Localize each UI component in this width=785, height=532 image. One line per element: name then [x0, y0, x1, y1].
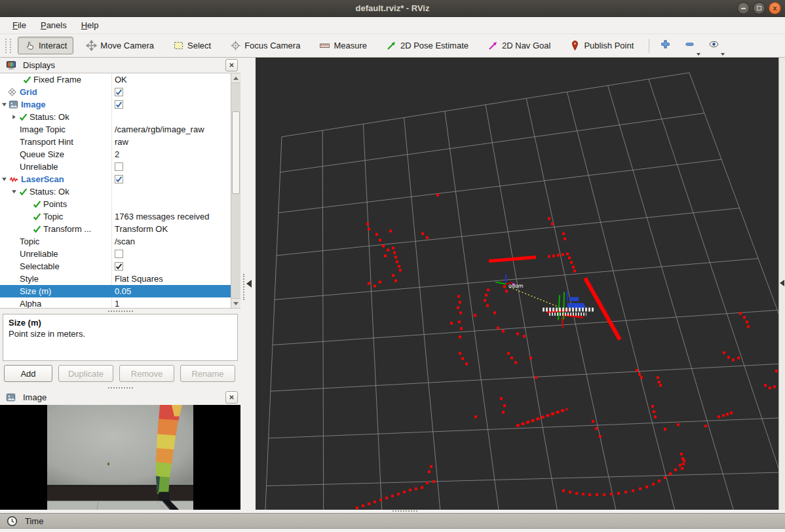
tree-row[interactable]: Image Topic/camera/rgb/image_raw: [0, 123, 240, 136]
tree-scrollbar[interactable]: [231, 73, 240, 308]
tree-row[interactable]: Unreliable: [0, 161, 240, 173]
add-button[interactable]: Add: [4, 365, 52, 382]
tree-row[interactable]: Grid: [0, 86, 240, 98]
tree-row[interactable]: Topic1763 messages received: [0, 210, 240, 223]
rename-button[interactable]: Rename: [180, 365, 235, 382]
tree-row[interactable]: Topic/scan: [0, 235, 240, 248]
tree-row[interactable]: Fixed FrameOK: [0, 73, 240, 86]
property-value[interactable]: Transform OK: [115, 224, 168, 234]
duplicate-button[interactable]: Duplicate: [58, 365, 113, 382]
tree-row[interactable]: Points: [0, 198, 240, 210]
property-value[interactable]: 0.05: [115, 286, 131, 296]
checkbox[interactable]: [115, 162, 123, 171]
property-value[interactable]: raw: [115, 137, 128, 147]
property-value[interactable]: /camera/rgb/image_raw: [115, 124, 204, 134]
tool-interact[interactable]: Interact: [18, 37, 73, 54]
checkbox[interactable]: [115, 100, 123, 109]
tool-label: Focus Camera: [244, 41, 300, 50]
image-panel-icon: [5, 392, 16, 402]
tool-2d-nav-goal[interactable]: 2D Nav Goal: [481, 37, 557, 54]
tree-row[interactable]: Image: [0, 98, 240, 111]
tool-move-camera[interactable]: Move Camera: [79, 37, 161, 54]
tree-row[interactable]: Size (m)0.05: [0, 285, 240, 297]
rviz-window: default.rviz* - RViz x FilePanelsHelp In…: [0, 0, 785, 532]
maximize-icon: [757, 6, 761, 10]
tree-row[interactable]: Status: Ok: [0, 185, 240, 198]
tree-row[interactable]: Alpha1: [0, 297, 240, 309]
splitter-handle[interactable]: [0, 309, 240, 314]
tree-row[interactable]: Transport Hintraw: [0, 136, 240, 148]
checkbox[interactable]: [115, 175, 123, 183]
property-value[interactable]: 1: [115, 299, 119, 309]
eye-button[interactable]: [704, 37, 723, 54]
checkbox[interactable]: [115, 250, 123, 258]
splitter-handle[interactable]: [392, 510, 417, 512]
tool-measure[interactable]: Measure: [313, 37, 373, 54]
menu-item-help[interactable]: Help: [75, 18, 105, 32]
property-value[interactable]: OK: [115, 75, 127, 85]
displays-panel-header[interactable]: Displays ✕: [0, 58, 240, 73]
ruler-icon: [319, 40, 330, 51]
tree-row[interactable]: Queue Size2: [0, 148, 240, 161]
tool-2d-pose-estimate[interactable]: 2D Pose Estimate: [379, 37, 475, 54]
property-label: Alpha: [20, 299, 41, 309]
collapse-arrow-icon[interactable]: [780, 280, 784, 286]
scrollbar-thumb[interactable]: [232, 111, 240, 194]
property-value[interactable]: 1763 messages received: [115, 212, 210, 221]
expander-right-icon[interactable]: [10, 114, 18, 120]
expander-down-icon[interactable]: [10, 189, 18, 195]
scrollbar-up-icon[interactable]: [231, 73, 240, 83]
property-value[interactable]: /scan: [115, 237, 135, 246]
image-panel-header[interactable]: Image ✕: [0, 390, 240, 405]
toolbar-handle[interactable]: [5, 39, 11, 53]
menu-item-panels[interactable]: Panels: [35, 18, 73, 32]
property-label: Unreliable: [20, 162, 58, 172]
collapse-arrow-icon[interactable]: [246, 280, 252, 288]
minimize-icon: [741, 8, 746, 9]
close-button[interactable]: x: [769, 2, 781, 14]
viewport-3d[interactable]: odom: [256, 58, 778, 510]
displays-close-icon[interactable]: ✕: [225, 59, 238, 71]
views-panel-strip[interactable]: [778, 58, 785, 510]
focus-crosshair-icon: [230, 40, 241, 51]
status-ok-check-icon: [31, 224, 42, 234]
titlebar[interactable]: default.rviz* - RViz x: [0, 0, 785, 17]
minimize-button[interactable]: [737, 2, 750, 14]
property-value[interactable]: 2: [115, 149, 119, 159]
remove-button[interactable]: Remove: [119, 365, 174, 382]
property-label: Transport Hint: [20, 137, 73, 147]
tool-focus-camera[interactable]: Focus Camera: [223, 37, 307, 54]
tree-row[interactable]: Unreliable: [0, 248, 240, 260]
menu-item-file[interactable]: File: [7, 18, 32, 32]
time-panel-header[interactable]: Time: [0, 513, 785, 529]
tool-label: 2D Nav Goal: [502, 41, 550, 50]
panel-splitter[interactable]: [240, 58, 256, 510]
checkbox[interactable]: [115, 88, 123, 96]
display-tree[interactable]: Fixed FrameOKGridImageStatus: OkImage To…: [0, 73, 240, 309]
scrollbar-down-icon[interactable]: [231, 298, 240, 308]
dropdown-caret-icon[interactable]: [697, 53, 700, 56]
tree-row[interactable]: Transform ...Transform OK: [0, 223, 240, 235]
left-panel-column: Displays ✕ Fixed FrameOKGridImageStatus:…: [0, 58, 240, 510]
tool-publish-point[interactable]: Publish Point: [563, 37, 640, 54]
image-panel-title: Image: [23, 392, 225, 402]
tf-frames: odom: [495, 275, 595, 328]
tree-row[interactable]: LaserScan: [0, 173, 240, 185]
property-value[interactable]: Flat Squares: [115, 274, 163, 284]
render-view[interactable]: odom: [256, 58, 778, 510]
zoom-minus-button[interactable]: [680, 37, 699, 54]
image-panel-close-icon[interactable]: ✕: [225, 391, 238, 404]
tree-row[interactable]: StyleFlat Squares: [0, 273, 240, 285]
status-ok-check-icon: [22, 75, 32, 85]
hand-cursor-icon: [24, 40, 35, 51]
checkbox[interactable]: [115, 262, 123, 271]
expander-down-icon[interactable]: [1, 102, 8, 107]
maximize-button[interactable]: [753, 2, 765, 14]
tree-row[interactable]: Selectable: [0, 260, 240, 273]
dropdown-caret-icon[interactable]: [721, 53, 725, 56]
tool-select[interactable]: Select: [166, 37, 218, 54]
expander-down-icon[interactable]: [1, 176, 8, 182]
help-title: Size (m): [9, 318, 232, 328]
tree-row[interactable]: Status: Ok: [0, 111, 240, 123]
zoom-plus-button[interactable]: [656, 37, 675, 54]
